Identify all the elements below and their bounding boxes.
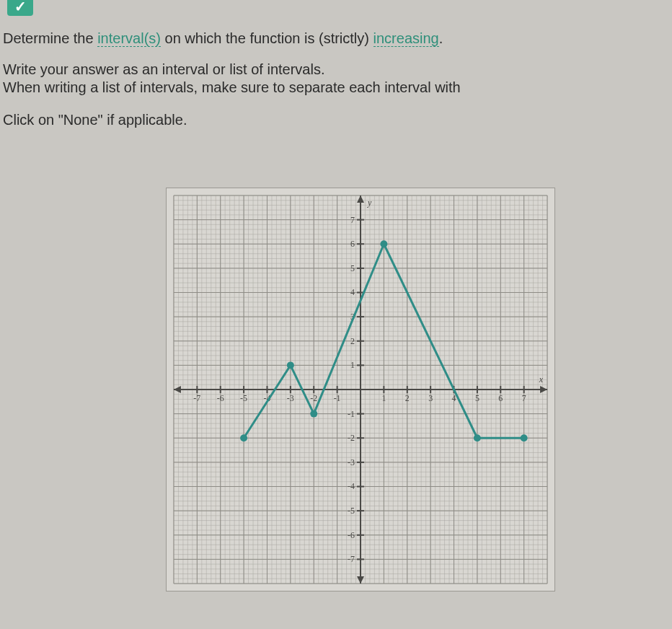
svg-text:2: 2 xyxy=(350,336,355,346)
svg-point-260 xyxy=(240,434,247,441)
svg-text:-3: -3 xyxy=(287,393,294,403)
svg-text:4: 4 xyxy=(350,287,355,297)
svg-text:7: 7 xyxy=(522,393,526,403)
question-content: Determine the interval(s) on which the f… xyxy=(3,30,669,143)
svg-marker-199 xyxy=(174,386,181,393)
svg-text:-1: -1 xyxy=(348,409,355,419)
svg-text:-7: -7 xyxy=(193,393,200,403)
svg-text:2: 2 xyxy=(405,393,410,403)
svg-text:1: 1 xyxy=(350,360,355,370)
svg-text:-2: -2 xyxy=(310,393,317,403)
svg-point-263 xyxy=(380,240,387,247)
svg-text:-6: -6 xyxy=(217,393,224,403)
svg-text:-5: -5 xyxy=(240,393,247,403)
svg-text:x: x xyxy=(539,374,544,384)
prompt-line-4: Click on "None" if applicable. xyxy=(3,112,669,128)
svg-point-261 xyxy=(287,361,294,369)
text: . xyxy=(439,30,443,46)
svg-marker-200 xyxy=(357,195,364,203)
svg-text:5: 5 xyxy=(350,263,355,273)
svg-text:3: 3 xyxy=(428,393,433,403)
svg-text:-7: -7 xyxy=(348,554,355,564)
svg-text:-2: -2 xyxy=(348,433,355,443)
hint-increasing[interactable]: increasing xyxy=(373,30,439,47)
svg-text:-3: -3 xyxy=(348,457,355,467)
hint-intervals[interactable]: interval(s) xyxy=(97,30,161,47)
svg-marker-198 xyxy=(540,386,547,393)
text: Determine the xyxy=(3,30,97,46)
svg-point-262 xyxy=(310,410,317,418)
coordinate-chart: -7-6-5-4-3-2-11234567-7-6-5-4-3-2-112345… xyxy=(166,188,555,591)
svg-text:y: y xyxy=(367,198,372,208)
prompt-line-1: Determine the interval(s) on which the f… xyxy=(3,30,669,47)
svg-text:-4: -4 xyxy=(348,481,355,491)
svg-text:5: 5 xyxy=(475,393,479,403)
svg-text:6: 6 xyxy=(498,393,503,403)
svg-text:6: 6 xyxy=(350,239,355,249)
prompt-line-3: When writing a list of intervals, make s… xyxy=(3,79,669,96)
prompt-line-2: Write your answer as an interval or list… xyxy=(3,61,669,78)
svg-point-264 xyxy=(474,434,481,441)
svg-text:-5: -5 xyxy=(348,506,355,516)
chart-svg: -7-6-5-4-3-2-11234567-7-6-5-4-3-2-112345… xyxy=(167,188,554,591)
svg-point-265 xyxy=(521,434,528,441)
svg-text:-1: -1 xyxy=(334,393,341,403)
svg-marker-201 xyxy=(357,576,364,584)
correct-checkmark: ✓ xyxy=(7,0,33,16)
svg-text:1: 1 xyxy=(381,393,386,403)
svg-text:-6: -6 xyxy=(348,530,355,540)
svg-text:7: 7 xyxy=(350,215,355,225)
text: on which the function is (strictly) xyxy=(161,30,373,46)
